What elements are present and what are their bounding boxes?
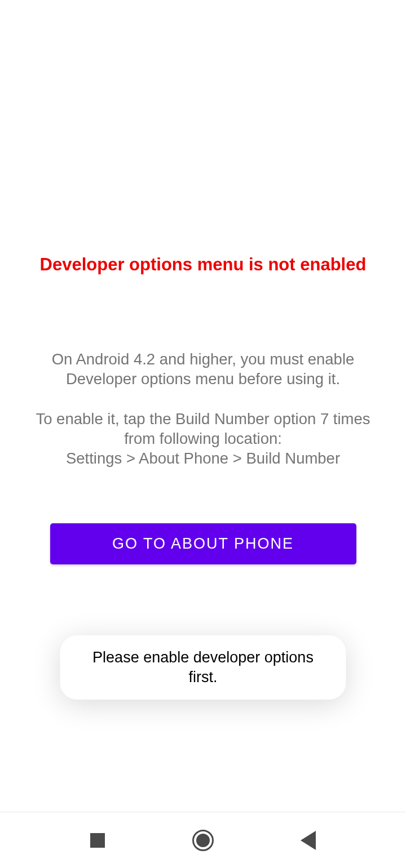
toast-message: Please enable developer options first. [60,635,346,700]
navigation-bar [0,812,406,868]
description-text: On Android 4.2 and higher, you must enab… [17,349,389,468]
home-button[interactable] [180,818,226,863]
back-button[interactable] [286,818,331,863]
triangle-back-icon [301,831,316,850]
recent-apps-button[interactable] [75,818,120,863]
circle-icon [192,830,214,851]
page-title: Developer options menu is not enabled [40,253,367,276]
circle-inner-icon [196,834,210,847]
square-icon [90,833,105,848]
go-to-about-phone-button[interactable]: GO TO ABOUT PHONE [50,523,356,564]
